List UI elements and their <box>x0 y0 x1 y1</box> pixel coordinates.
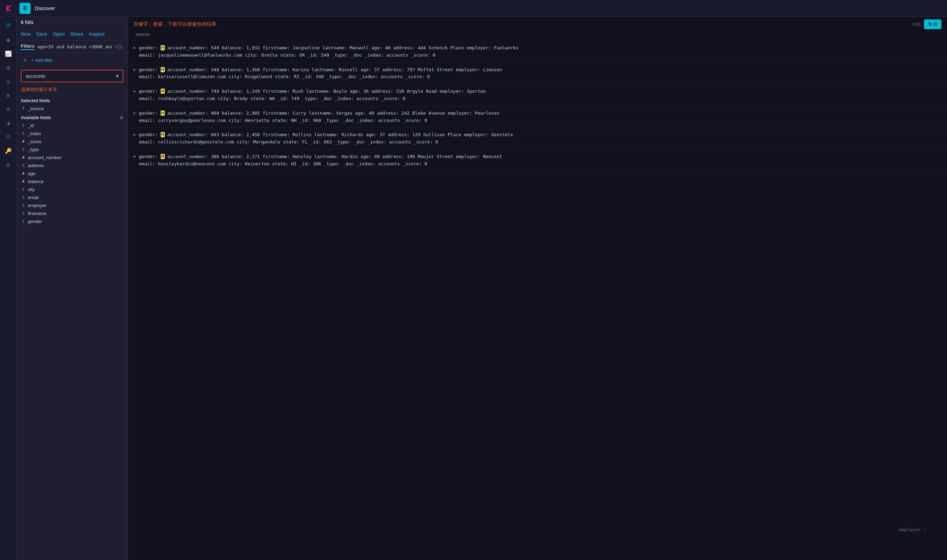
table-row[interactable]: ▶ gender: M account_number: 663 balance:… <box>128 128 947 150</box>
k-logo <box>4 3 15 14</box>
sidebar-home-icon[interactable]: ◉ <box>2 33 15 46</box>
sidebar-layers-icon[interactable]: ⊜ <box>2 103 15 115</box>
available-fields-gear-icon[interactable]: ⚙ <box>120 115 123 120</box>
index-selector[interactable]: accounts ▾ <box>21 70 123 82</box>
expand-arrow-icon[interactable]: ▶ <box>134 111 136 115</box>
kql-label: KQL <box>913 22 921 27</box>
field-age[interactable]: # age <box>21 169 123 177</box>
field-type-text-icon: t <box>21 195 26 199</box>
field-type-icon: ? <box>21 107 26 111</box>
field-account-number[interactable]: # account_number <box>21 154 123 162</box>
result-line-1: gender: M account_number: 960 balance: 2… <box>139 110 941 117</box>
expand-arrow-icon[interactable]: ▶ <box>134 45 136 50</box>
result-content: gender: M account_number: 549 balance: 1… <box>139 45 941 59</box>
sidebar-shield-icon[interactable]: ⊓ <box>2 131 15 143</box>
field-type-num-icon: # <box>21 155 26 160</box>
hits-count: 6 hits <box>17 17 128 28</box>
expand-arrow-icon[interactable]: ▶ <box>134 154 136 159</box>
results-area: ▶ gender: M account_number: 549 balance:… <box>128 38 947 560</box>
field-name: _source <box>28 106 44 111</box>
left-panel: 6 hits New Save Open Share Inspect Filte… <box>17 17 128 560</box>
expand-arrow-icon[interactable]: ▶ <box>134 89 136 94</box>
field-employer[interactable]: t employer <box>21 202 123 209</box>
chevron-down-icon: ▾ <box>116 73 119 79</box>
result-line-1: gender: M account_number: 549 balance: 1… <box>139 45 941 52</box>
annotation-index: 选择你的索引名字 <box>17 85 128 95</box>
filters-label: Filters <box>21 43 34 50</box>
search-annotation: 关键字：搜索，下面可以搜索你的结果 <box>134 21 216 28</box>
expand-arrow-icon[interactable]: ▶ <box>134 67 136 72</box>
field-source[interactable]: ? _source <box>21 105 123 112</box>
gear-button[interactable]: ⚙ <box>21 56 29 64</box>
sidebar-tag-icon[interactable]: ⊕ <box>2 89 15 102</box>
result-content: gender: M account_number: 663 balance: 2… <box>139 131 941 146</box>
index-selector-value: accounts <box>26 73 45 79</box>
gender-highlight: M <box>160 45 165 50</box>
result-line-1: gender: M account_number: 749 balance: 1… <box>139 88 941 95</box>
field-email[interactable]: t email <box>21 194 123 202</box>
table-row[interactable]: ▶ gender: M account_number: 306 balance:… <box>128 150 947 172</box>
sidebar-grid-icon[interactable]: ⊞ <box>2 61 15 74</box>
gender-highlight: M <box>160 111 165 116</box>
kql-badge[interactable]: KQL <box>115 45 123 49</box>
field-type-text-icon: t <box>21 132 26 135</box>
new-button[interactable]: New <box>21 31 31 37</box>
table-row[interactable]: ▶ gender: M account_number: 960 balance:… <box>128 106 947 128</box>
filter-input[interactable] <box>37 44 112 49</box>
field-gender[interactable]: t gender <box>21 217 123 225</box>
add-filter-link[interactable]: + Add filter <box>31 58 53 63</box>
gender-highlight: M <box>160 89 165 94</box>
sidebar-person-icon[interactable]: ◑ <box>2 117 15 129</box>
expand-arrow-icon[interactable]: ▶ <box>134 132 136 137</box>
field-index[interactable]: t _index <box>21 129 123 138</box>
result-line-2: email: hensleyhardin@neocent.com city: R… <box>139 160 941 168</box>
save-button[interactable]: Save <box>36 31 47 37</box>
field-type-num-icon: # <box>21 180 26 183</box>
result-content: gender: M account_number: 306 balance: 2… <box>139 153 941 168</box>
toolbar: New Save Open Share Inspect <box>17 28 128 41</box>
employer-annotation: employer : <box>899 527 926 532</box>
available-fields-header: Available fields ⚙ <box>21 112 123 122</box>
sidebar-clock-icon[interactable]: ⏱ <box>2 20 15 32</box>
field-type[interactable]: t _type <box>21 146 123 154</box>
result-line-1: gender: M account_number: 348 balance: 1… <box>139 66 941 74</box>
index-selector-row: accounts ▾ <box>17 67 128 85</box>
field-address[interactable]: t address <box>21 162 123 169</box>
field-type-text-icon: t <box>21 188 26 191</box>
field-type-text-icon: t <box>21 220 26 223</box>
result-line-2: email: curryvargas@pearlesex.com city: H… <box>139 117 941 125</box>
table-row[interactable]: ▶ gender: M account_number: 348 balance:… <box>128 63 947 85</box>
sidebar-compass-icon[interactable]: ◎ <box>2 75 15 88</box>
field-firstname[interactable]: t firstname <box>21 209 123 217</box>
add-filter-row: ⚙ + Add filter <box>17 53 128 67</box>
result-content: gender: M account_number: 960 balance: 2… <box>139 110 941 125</box>
result-line-2: email: rushboyle@sportan.com city: Brady… <box>139 95 941 103</box>
result-line-2: email: rollinsrichards@geostele.com city… <box>139 138 941 146</box>
field-city[interactable]: t city <box>21 186 123 194</box>
result-content: gender: M account_number: 348 balance: 1… <box>139 66 941 81</box>
field-score[interactable]: # _score <box>21 138 123 146</box>
inspect-button[interactable]: Inspect <box>89 31 105 37</box>
gender-highlight: M <box>160 154 165 159</box>
field-id[interactable]: t _id <box>21 122 123 129</box>
table-row[interactable]: ▶ gender: M account_number: 549 balance:… <box>128 41 947 63</box>
selected-fields-header: Selected fields <box>21 95 123 105</box>
source-header: _source <box>128 29 947 38</box>
sidebar-settings-icon[interactable]: ⚙ <box>2 158 15 171</box>
field-type-text-icon: t <box>21 212 26 215</box>
field-type-num-icon: # <box>21 140 26 143</box>
app-logo: D <box>20 3 31 14</box>
field-type-text-icon: t <box>21 164 26 168</box>
sidebar-key-icon[interactable]: 🔑 <box>2 145 15 157</box>
share-button[interactable]: Share <box>70 31 83 37</box>
filter-bar: Filters KQL <box>17 41 128 53</box>
result-line-1: gender: M account_number: 306 balance: 2… <box>139 153 941 160</box>
open-button[interactable]: Open <box>53 31 65 37</box>
table-row[interactable]: ▶ gender: M account_number: 749 balance:… <box>128 85 947 106</box>
field-balance[interactable]: # balance <box>21 177 123 186</box>
result-line-1: gender: M account_number: 663 balance: 2… <box>139 131 941 138</box>
field-type-text-icon: t <box>21 203 26 208</box>
sidebar-chart-icon[interactable]: 📈 <box>2 47 15 60</box>
fields-section: Selected fields ? _source Available fiel… <box>17 95 128 560</box>
refresh-button[interactable]: ↻ R <box>924 20 941 29</box>
